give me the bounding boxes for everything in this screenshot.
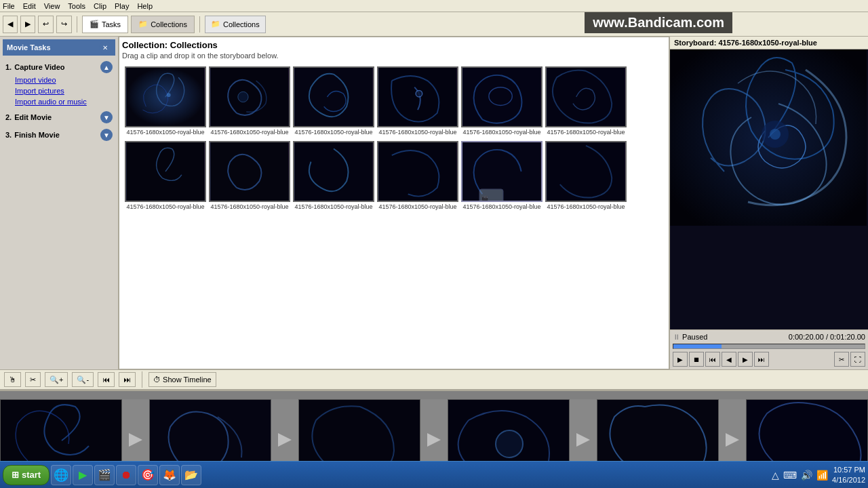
menu-clip[interactable]: Clip [94, 2, 106, 10]
tasks-icon: 🎬 [90, 20, 99, 28]
clip-item[interactable]: 41576-1680x1050-royal-blue [377, 66, 458, 136]
next-clip[interactable]: ⏭ [119, 372, 136, 387]
menu-file[interactable]: File [3, 2, 15, 10]
taskbar-icon-winmm[interactable]: 🎬 [94, 465, 115, 485]
taskbar-icon-media[interactable]: ▶ [73, 465, 93, 485]
edit-expand-button[interactable]: ▼ [100, 111, 113, 123]
timeline-icon: ⏱ [153, 375, 161, 384]
forward-button[interactable]: ▶ [20, 16, 35, 33]
clip-thumbnail[interactable] [545, 66, 627, 127]
menu-tools[interactable]: Tools [68, 2, 85, 10]
taskbar-icon-firefox[interactable]: 🦊 [159, 465, 180, 485]
clip-label: 41576-1680x1050-royal-blue [126, 203, 204, 210]
fullscreen-button[interactable]: ⛶ [850, 352, 865, 367]
clip-thumbnail[interactable] [461, 66, 542, 127]
redo-button[interactable]: ↪ [56, 16, 72, 33]
clip-thumbnail[interactable] [209, 141, 290, 202]
zoom-in[interactable]: 🔍+ [45, 372, 68, 387]
preview-progress-fill [673, 344, 722, 348]
clip-thumbnail[interactable] [545, 141, 627, 202]
clip-thumbnail[interactable] [125, 141, 206, 202]
capture-video-header[interactable]: 1. Capture Video ▲ [3, 60, 115, 75]
clip-thumbnail[interactable] [209, 66, 290, 127]
clip-item[interactable]: 41576-1680x1050-royal-blue [293, 141, 374, 210]
tool-select[interactable]: 🖱 [4, 372, 21, 387]
taskbar-icon-ie[interactable]: 🌐 [51, 465, 71, 485]
clip-swirl-art6 [547, 68, 625, 126]
clip-label: 41576-1680x1050-royal-blue [462, 129, 540, 136]
clip-swirl-art9 [294, 142, 373, 201]
clip-swirl-art7 [126, 142, 205, 201]
back-button[interactable]: ◀ [3, 16, 18, 33]
finish-movie-header[interactable]: 3. Finish Movie ▼ [3, 127, 115, 142]
prev-frame-button[interactable]: ◀ [722, 352, 736, 367]
clip-item[interactable]: 41576-1680x1050-royal-blue [293, 66, 374, 136]
clip-swirl-art2 [210, 68, 289, 126]
show-timeline-button[interactable]: ⏱ Show Timeline [149, 372, 216, 387]
clip-swirl-art11 [462, 142, 541, 201]
clip-item[interactable]: 41576-1680x1050-royal-blue [125, 141, 206, 210]
preview-status: ⏸ Paused 0:00:20.00 / 0:01:20.00 [673, 333, 865, 341]
clip-thumbnail-drag[interactable]: 🎬 [461, 141, 542, 202]
clip-thumbnail[interactable] [377, 66, 458, 127]
taskbar-icon-explorer[interactable]: 📂 [181, 465, 201, 485]
clip-item[interactable]: 41576-1680x1050-royal-blue [125, 66, 206, 136]
menu-view[interactable]: View [44, 2, 60, 10]
edit-movie-header[interactable]: 2. Edit Movie ▼ [3, 110, 115, 125]
svg-rect-14 [463, 142, 541, 201]
menu-edit[interactable]: Edit [23, 2, 36, 10]
undo-button[interactable]: ↩ [38, 16, 54, 33]
clip-item-drag[interactable]: 🎬 41576-1680x1050-royal-blue [461, 141, 542, 210]
finish-expand-button[interactable]: ▼ [100, 129, 113, 141]
clip-swirl-art5 [462, 68, 541, 126]
tasks-tab[interactable]: 🎬 Tasks [82, 16, 128, 33]
prev-clip[interactable]: ⏮ [98, 372, 115, 387]
taskbar-icon-red[interactable]: ⏺ [116, 465, 136, 485]
clip-item[interactable]: 41576-1680x1050-royal-blue [545, 66, 627, 136]
arrow-icon3 [424, 430, 444, 450]
collections1-icon: 📁 [138, 20, 148, 28]
next-frame-button[interactable]: ▶ [738, 352, 753, 367]
finish-title: Finish Movie [14, 131, 60, 139]
split-button[interactable]: ✂ [834, 352, 849, 367]
address-bar[interactable]: 📁 Collections [205, 16, 266, 33]
clip-item[interactable]: 41576-1680x1050-royal-blue [209, 141, 290, 210]
clip-thumbnail[interactable] [377, 141, 458, 202]
clip-label: 41576-1680x1050-royal-blue [547, 203, 625, 210]
close-panel-button[interactable]: ✕ [99, 41, 111, 54]
clip-swirl-art3 [294, 68, 373, 126]
clip-thumbnail[interactable] [293, 141, 374, 202]
toolbar: ◀ ▶ ↩ ↪ 🎬 Tasks 📁 Collections 📁 Collecti… [0, 12, 868, 37]
import-video-link[interactable]: Import video [3, 75, 115, 85]
fast-forward-button[interactable]: ⏭ [754, 352, 769, 367]
clip-item[interactable]: 41576-1680x1050-royal-blue [461, 66, 542, 136]
clip-thumbnail[interactable] [125, 66, 206, 127]
clip-thumbnail[interactable] [293, 66, 374, 127]
preview-progress-bar[interactable] [673, 344, 865, 349]
clip-label: 41576-1680x1050-royal-blue [462, 203, 540, 210]
clips-grid-row2: 41576-1680x1050-royal-blue 41576-1680x10… [122, 138, 666, 213]
svg-point-3 [238, 92, 248, 102]
stop-button[interactable]: ⏹ [689, 352, 704, 367]
import-pictures-link[interactable]: Import pictures [3, 85, 115, 96]
svg-point-6 [416, 90, 422, 97]
tool-trim[interactable]: ✂ [25, 372, 41, 387]
svg-marker-23 [129, 433, 142, 447]
rewind-button[interactable]: ⏮ [705, 352, 720, 367]
zoom-out[interactable]: 🔍- [72, 372, 94, 387]
capture-expand-button[interactable]: ▲ [100, 61, 113, 73]
collections-tab1[interactable]: 📁 Collections [131, 16, 195, 33]
arrow-icon4 [573, 430, 593, 450]
clip-item[interactable]: 41576-1680x1050-royal-blue [377, 141, 458, 210]
clip-label: 41576-1680x1050-royal-blue [210, 129, 288, 136]
taskbar-icon-tool[interactable]: 🎯 [138, 465, 158, 485]
import-audio-link[interactable]: Import audio or music [3, 96, 115, 107]
menu-play[interactable]: Play [115, 2, 129, 10]
clip-item[interactable]: 41576-1680x1050-royal-blue [545, 141, 627, 210]
sys-network-icon: 📶 [816, 470, 828, 481]
menu-help[interactable]: Help [137, 2, 153, 10]
preview-controls: ⏸ Paused 0:00:20.00 / 0:01:20.00 ▶ ⏹ ⏮ ◀… [670, 329, 868, 369]
play-button[interactable]: ▶ [673, 352, 688, 367]
clip-item[interactable]: 41576-1680x1050-royal-blue [209, 66, 290, 136]
start-button[interactable]: ⊞ start [3, 465, 50, 485]
